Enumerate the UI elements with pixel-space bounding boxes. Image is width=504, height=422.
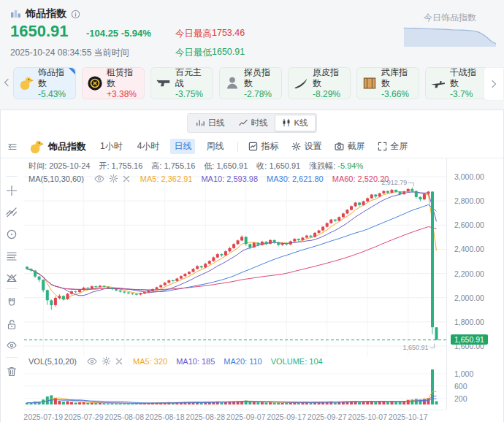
toolbar-action[interactable]: 全屏	[378, 140, 408, 153]
chart-title: 饰品指数	[28, 139, 86, 155]
y-axis-label: 2,200.00	[454, 269, 484, 278]
cards-scroll-right[interactable]	[484, 67, 504, 101]
view-tab-时线[interactable]: 时线	[232, 115, 274, 131]
index-card-name: 探员指数	[244, 67, 277, 89]
today-high-value: 1753.46	[212, 28, 245, 40]
ohlc-item: 开: 1,755.16	[99, 161, 142, 172]
chevron-left-icon[interactable]	[3, 77, 10, 89]
indicator-icon	[248, 142, 258, 151]
toolbar-divider	[237, 142, 238, 152]
volume-chart[interactable]	[24, 368, 446, 409]
index-card-change: -8.29%	[313, 89, 345, 100]
indicator-value: MA10: 2,593.98	[201, 174, 258, 183]
x-tick-label: 2025-10-17	[384, 413, 432, 421]
view-tab-label: 日线	[207, 118, 224, 128]
indicator-name: MA(5,10,30,60)	[28, 174, 84, 183]
gear-icon[interactable]	[109, 174, 118, 183]
draw-tool-trendline-icon[interactable]	[1, 207, 23, 218]
eye-icon[interactable]	[94, 174, 104, 183]
knife-icon	[293, 75, 309, 91]
toolbar-action-label: 设置	[304, 140, 321, 153]
view-tab-日线[interactable]: 日线	[189, 115, 231, 131]
close-icon[interactable]	[115, 358, 123, 365]
eye-icon[interactable]	[87, 357, 97, 366]
indicator-value: MA5: 2,362.91	[140, 174, 193, 183]
draw-tool-circle-tool-icon[interactable]	[1, 229, 23, 240]
y-axis-label: 2,800.00	[454, 196, 484, 205]
toolbar-action[interactable]: 截屏	[335, 140, 364, 153]
indicator-value: VOLUME: 104	[271, 357, 323, 366]
svg-text:1,650.91: 1,650.91	[403, 344, 429, 351]
ohlc-item: 涨跌幅: -5.94%	[309, 161, 363, 172]
draw-tool-unlock-icon[interactable]	[1, 319, 23, 331]
interval-tab[interactable]: 日线	[170, 139, 195, 154]
index-card[interactable]: 原皮指数-8.29%	[288, 67, 351, 99]
draw-tool-xabcd-icon[interactable]	[1, 272, 23, 284]
interval-tab[interactable]: 1小时	[96, 139, 126, 154]
crate-icon	[362, 75, 378, 91]
indicator-value: MA10: 185	[176, 357, 215, 366]
volume-axis-label: 1,000	[454, 369, 473, 378]
bar-chart-icon	[196, 118, 205, 127]
index-card[interactable]: 租赁指数+3.38%	[82, 67, 145, 99]
index-card-name: 百元主战	[175, 67, 208, 89]
toolbar-action-label: 全屏	[390, 140, 408, 153]
index-card[interactable]: 探员指数-2.78%	[219, 67, 282, 99]
y-axis-label: 3,000.00	[454, 172, 484, 181]
chart-panel: 日线时线K线 饰品指数 1小时4小时日线周线 指标设置截屏全屏 2,912.79…	[0, 110, 504, 422]
chevron-right-icon	[490, 80, 497, 88]
y-axis-label: 2,400.00	[454, 245, 484, 253]
view-tab-K线[interactable]: K线	[275, 115, 315, 131]
screenshot-icon	[335, 142, 344, 151]
ma-indicator-row: MA(5,10,30,60)MA5: 2,362.91MA10: 2,593.9…	[28, 174, 389, 183]
rent-badge-icon	[87, 75, 103, 91]
indicator-value: MA60: 2,520.20	[332, 174, 389, 183]
indicator-value: MA30: 2,621.80	[267, 174, 324, 183]
tool-divider	[6, 288, 18, 289]
index-card[interactable]: 饰品指数-5.43%	[13, 67, 76, 99]
today-low-value: 1650.91	[212, 47, 245, 59]
draw-tool-fib-lines-icon[interactable]	[1, 250, 23, 262]
index-card[interactable]: 千战指数-3.7%	[425, 67, 488, 99]
duck-icon	[28, 139, 45, 155]
price-chart[interactable]: 2,912.791,650.91	[24, 168, 446, 356]
index-card-name: 饰品指数	[38, 67, 71, 89]
page-header-title-row: 饰品指数	[10, 7, 80, 20]
toolbar-action[interactable]: 设置	[291, 140, 321, 153]
skin-index-app: 饰品指数 1650.91 -104.25 -5.94% 今日最高1753.46 …	[0, 0, 504, 422]
chart-body: 2,912.791,650.91 时间: 2025-10-24开: 1,755.…	[1, 158, 503, 422]
gear-icon[interactable]	[102, 356, 111, 366]
current-time: 2025-10-24 08:34:55 当前时间	[10, 47, 129, 59]
chart-toolbar: 饰品指数 1小时4小时日线周线 指标设置截屏全屏	[1, 135, 503, 158]
today-high-label: 今日最高	[175, 28, 212, 40]
draw-tool-crosshair-icon[interactable]	[1, 185, 23, 196]
price-axis: 3,000.002,800.002,600.002,400.002,200.00…	[446, 158, 504, 410]
y-axis-label: 2,600.00	[454, 220, 484, 229]
view-tab-label: K线	[294, 118, 308, 128]
y-axis-label: 2,000.00	[454, 294, 484, 302]
index-card[interactable]: 武库指数-3.66%	[356, 67, 419, 99]
info-icon[interactable]	[71, 9, 80, 19]
panel-collapse-icon[interactable]	[7, 142, 18, 152]
current-price: 1650.91	[10, 22, 69, 41]
index-card-change: -2.78%	[244, 89, 277, 100]
y-axis-label: 1,800.00	[454, 318, 484, 326]
sparkline-label: 今日饰品指数	[403, 12, 497, 24]
today-high: 今日最高1753.46	[175, 28, 245, 40]
fullscreen-icon	[378, 142, 387, 151]
draw-tool-trash-icon[interactable]	[1, 366, 23, 377]
index-card[interactable]: 百元主战-3.75%	[150, 67, 213, 99]
index-card-name: 武库指数	[381, 67, 414, 89]
toolbar-action[interactable]: 指标	[248, 140, 278, 153]
draw-tool-magnet-icon[interactable]	[1, 297, 23, 309]
sparkline-chart	[403, 26, 497, 47]
ohlc-item: 高: 1,755.16	[151, 161, 195, 172]
draw-tool-eye-icon[interactable]	[1, 341, 23, 350]
interval-tab[interactable]: 周线	[202, 139, 227, 154]
index-card-change: -5.43%	[38, 89, 71, 100]
interval-tab[interactable]: 4小时	[134, 139, 164, 154]
line-chart-icon	[239, 118, 248, 127]
pistol-icon	[156, 75, 172, 91]
gear-icon	[291, 142, 301, 151]
close-icon[interactable]	[123, 175, 130, 183]
